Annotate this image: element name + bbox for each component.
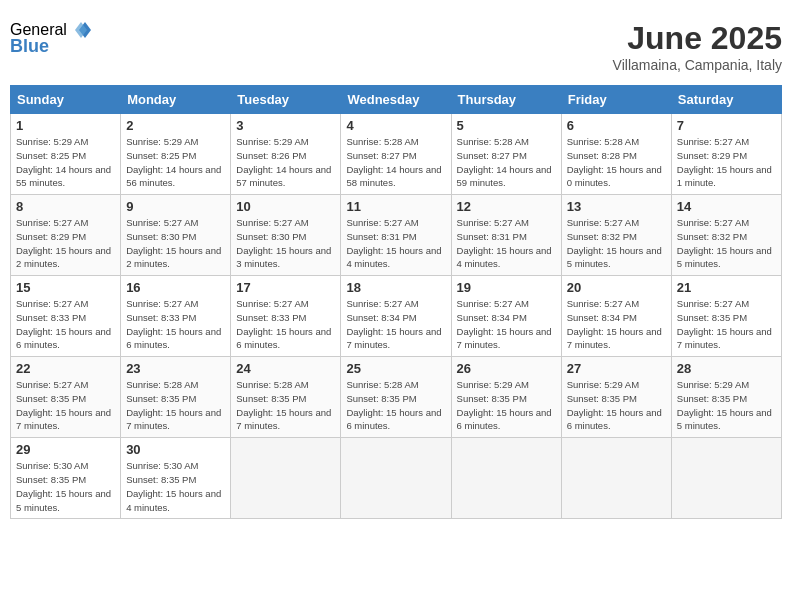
calendar-header-friday: Friday	[561, 86, 671, 114]
daylight-label: Daylight: 15 hours and 4 minutes.	[126, 488, 221, 513]
calendar-cell: 28 Sunrise: 5:29 AM Sunset: 8:35 PM Dayl…	[671, 357, 781, 438]
sunrise-label: Sunrise: 5:28 AM	[567, 136, 639, 147]
calendar-cell: 18 Sunrise: 5:27 AM Sunset: 8:34 PM Dayl…	[341, 276, 451, 357]
sunset-label: Sunset: 8:25 PM	[16, 150, 86, 161]
day-info: Sunrise: 5:28 AM Sunset: 8:27 PM Dayligh…	[457, 135, 556, 190]
sunset-label: Sunset: 8:30 PM	[126, 231, 196, 242]
daylight-label: Daylight: 15 hours and 5 minutes.	[567, 245, 662, 270]
sunrise-label: Sunrise: 5:27 AM	[16, 298, 88, 309]
calendar-week-2: 8 Sunrise: 5:27 AM Sunset: 8:29 PM Dayli…	[11, 195, 782, 276]
calendar-cell	[561, 438, 671, 519]
calendar-header-tuesday: Tuesday	[231, 86, 341, 114]
calendar-table: SundayMondayTuesdayWednesdayThursdayFrid…	[10, 85, 782, 519]
sunrise-label: Sunrise: 5:29 AM	[236, 136, 308, 147]
day-number: 2	[126, 118, 225, 133]
sunrise-label: Sunrise: 5:27 AM	[677, 298, 749, 309]
sunrise-label: Sunrise: 5:27 AM	[346, 217, 418, 228]
day-number: 22	[16, 361, 115, 376]
day-info: Sunrise: 5:27 AM Sunset: 8:34 PM Dayligh…	[457, 297, 556, 352]
sunrise-label: Sunrise: 5:27 AM	[16, 217, 88, 228]
day-info: Sunrise: 5:28 AM Sunset: 8:35 PM Dayligh…	[126, 378, 225, 433]
day-info: Sunrise: 5:28 AM Sunset: 8:27 PM Dayligh…	[346, 135, 445, 190]
sunset-label: Sunset: 8:34 PM	[346, 312, 416, 323]
day-number: 14	[677, 199, 776, 214]
day-info: Sunrise: 5:27 AM Sunset: 8:33 PM Dayligh…	[126, 297, 225, 352]
calendar-header-row: SundayMondayTuesdayWednesdayThursdayFrid…	[11, 86, 782, 114]
calendar-cell: 11 Sunrise: 5:27 AM Sunset: 8:31 PM Dayl…	[341, 195, 451, 276]
sunrise-label: Sunrise: 5:29 AM	[457, 379, 529, 390]
calendar-cell: 27 Sunrise: 5:29 AM Sunset: 8:35 PM Dayl…	[561, 357, 671, 438]
day-number: 9	[126, 199, 225, 214]
daylight-label: Daylight: 15 hours and 7 minutes.	[457, 326, 552, 351]
sunset-label: Sunset: 8:31 PM	[346, 231, 416, 242]
calendar-cell: 25 Sunrise: 5:28 AM Sunset: 8:35 PM Dayl…	[341, 357, 451, 438]
day-number: 21	[677, 280, 776, 295]
calendar-cell	[341, 438, 451, 519]
day-number: 24	[236, 361, 335, 376]
day-number: 13	[567, 199, 666, 214]
sunset-label: Sunset: 8:25 PM	[126, 150, 196, 161]
daylight-label: Daylight: 15 hours and 5 minutes.	[677, 245, 772, 270]
sunset-label: Sunset: 8:27 PM	[346, 150, 416, 161]
sunrise-label: Sunrise: 5:28 AM	[236, 379, 308, 390]
calendar-cell: 3 Sunrise: 5:29 AM Sunset: 8:26 PM Dayli…	[231, 114, 341, 195]
calendar-week-4: 22 Sunrise: 5:27 AM Sunset: 8:35 PM Dayl…	[11, 357, 782, 438]
logo-blue: Blue	[10, 36, 49, 57]
calendar-cell: 30 Sunrise: 5:30 AM Sunset: 8:35 PM Dayl…	[121, 438, 231, 519]
day-number: 23	[126, 361, 225, 376]
sunrise-label: Sunrise: 5:28 AM	[346, 379, 418, 390]
sunset-label: Sunset: 8:27 PM	[457, 150, 527, 161]
logo-icon	[71, 20, 91, 40]
day-info: Sunrise: 5:27 AM Sunset: 8:32 PM Dayligh…	[567, 216, 666, 271]
sunrise-label: Sunrise: 5:27 AM	[567, 298, 639, 309]
calendar-header-thursday: Thursday	[451, 86, 561, 114]
sunset-label: Sunset: 8:35 PM	[126, 474, 196, 485]
day-number: 12	[457, 199, 556, 214]
calendar-header-sunday: Sunday	[11, 86, 121, 114]
calendar-cell: 23 Sunrise: 5:28 AM Sunset: 8:35 PM Dayl…	[121, 357, 231, 438]
day-info: Sunrise: 5:30 AM Sunset: 8:35 PM Dayligh…	[16, 459, 115, 514]
day-number: 17	[236, 280, 335, 295]
daylight-label: Daylight: 15 hours and 7 minutes.	[677, 326, 772, 351]
calendar-week-5: 29 Sunrise: 5:30 AM Sunset: 8:35 PM Dayl…	[11, 438, 782, 519]
sunrise-label: Sunrise: 5:29 AM	[677, 379, 749, 390]
day-number: 16	[126, 280, 225, 295]
day-number: 8	[16, 199, 115, 214]
calendar-cell	[671, 438, 781, 519]
day-number: 28	[677, 361, 776, 376]
day-number: 1	[16, 118, 115, 133]
calendar-cell: 7 Sunrise: 5:27 AM Sunset: 8:29 PM Dayli…	[671, 114, 781, 195]
sunrise-label: Sunrise: 5:28 AM	[346, 136, 418, 147]
daylight-label: Daylight: 15 hours and 4 minutes.	[346, 245, 441, 270]
sunset-label: Sunset: 8:35 PM	[16, 474, 86, 485]
calendar-cell: 6 Sunrise: 5:28 AM Sunset: 8:28 PM Dayli…	[561, 114, 671, 195]
sunset-label: Sunset: 8:34 PM	[567, 312, 637, 323]
day-info: Sunrise: 5:28 AM Sunset: 8:35 PM Dayligh…	[346, 378, 445, 433]
sunset-label: Sunset: 8:33 PM	[126, 312, 196, 323]
calendar-cell: 22 Sunrise: 5:27 AM Sunset: 8:35 PM Dayl…	[11, 357, 121, 438]
day-info: Sunrise: 5:27 AM Sunset: 8:32 PM Dayligh…	[677, 216, 776, 271]
sunset-label: Sunset: 8:35 PM	[16, 393, 86, 404]
day-number: 15	[16, 280, 115, 295]
day-info: Sunrise: 5:29 AM Sunset: 8:26 PM Dayligh…	[236, 135, 335, 190]
day-info: Sunrise: 5:27 AM Sunset: 8:33 PM Dayligh…	[236, 297, 335, 352]
calendar-cell	[231, 438, 341, 519]
daylight-label: Daylight: 15 hours and 7 minutes.	[567, 326, 662, 351]
daylight-label: Daylight: 14 hours and 58 minutes.	[346, 164, 441, 189]
calendar-header-monday: Monday	[121, 86, 231, 114]
daylight-label: Daylight: 15 hours and 7 minutes.	[16, 407, 111, 432]
day-number: 27	[567, 361, 666, 376]
sunrise-label: Sunrise: 5:27 AM	[677, 136, 749, 147]
day-number: 10	[236, 199, 335, 214]
sunrise-label: Sunrise: 5:30 AM	[126, 460, 198, 471]
calendar-cell: 1 Sunrise: 5:29 AM Sunset: 8:25 PM Dayli…	[11, 114, 121, 195]
sunrise-label: Sunrise: 5:27 AM	[346, 298, 418, 309]
daylight-label: Daylight: 14 hours and 59 minutes.	[457, 164, 552, 189]
daylight-label: Daylight: 15 hours and 4 minutes.	[457, 245, 552, 270]
sunset-label: Sunset: 8:30 PM	[236, 231, 306, 242]
day-number: 11	[346, 199, 445, 214]
day-info: Sunrise: 5:27 AM Sunset: 8:30 PM Dayligh…	[236, 216, 335, 271]
sunrise-label: Sunrise: 5:27 AM	[236, 217, 308, 228]
calendar-cell: 16 Sunrise: 5:27 AM Sunset: 8:33 PM Dayl…	[121, 276, 231, 357]
daylight-label: Daylight: 15 hours and 2 minutes.	[16, 245, 111, 270]
